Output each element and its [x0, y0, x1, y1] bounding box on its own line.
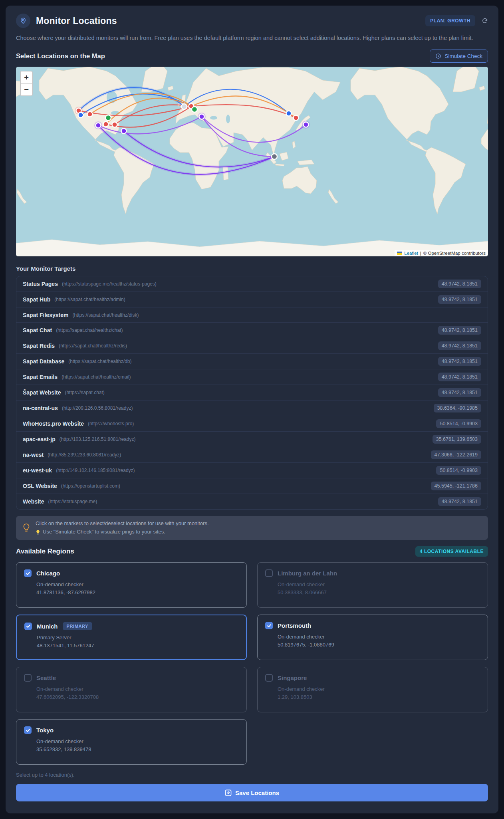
checkbox-checked[interactable] — [24, 623, 32, 630]
coords-badge: 48.9742, 8.1851 — [438, 357, 481, 366]
region-card-limburg[interactable]: Limburg an der Lahn On-demand checker 50… — [257, 562, 488, 608]
world-map[interactable]: + − — [16, 67, 488, 256]
plan-badge: PLAN: GROWTH — [425, 15, 475, 26]
checkbox-unchecked[interactable] — [24, 674, 32, 682]
checkbox-unchecked[interactable] — [265, 569, 273, 577]
map-section-title: Select Locations on the Map — [16, 52, 105, 60]
coords-badge: 48.9742, 8.1851 — [438, 326, 481, 335]
target-row: Sapat Redis(https://sapat.chat/healthz/r… — [16, 338, 488, 354]
map-marker[interactable] — [272, 154, 277, 159]
map-marker[interactable] — [105, 115, 111, 121]
map-marker[interactable] — [199, 114, 204, 119]
region-card-munich[interactable]: Munich PRIMARY Primary Server 48.1371541… — [16, 615, 247, 660]
region-card-chicago[interactable]: Chicago On-demand checker 41.8781136, -8… — [16, 562, 247, 608]
coords-badge: 48.9742, 8.1851 — [438, 373, 481, 381]
coords-badge: 48.9742, 8.1851 — [438, 280, 481, 288]
map-marker[interactable] — [294, 115, 299, 121]
page-description: Choose where your distributed monitors w… — [16, 34, 488, 42]
target-row: apac-east-jp(http://103.125.216.51:8081/… — [16, 432, 488, 447]
play-circle-icon — [435, 53, 441, 59]
target-row: na-west(http://85.239.233.60:8081/readyz… — [16, 447, 488, 463]
locations-available-badge: 4 LOCATIONS AVAILABLE — [415, 546, 488, 557]
region-card-portsmouth[interactable]: Portsmouth On-demand checker 50.8197675,… — [257, 615, 488, 660]
lightbulb-icon — [22, 523, 30, 533]
coords-badge: 48.9742, 8.1851 — [438, 388, 481, 397]
target-row: na-central-us(http://209.126.0.56:8081/r… — [16, 401, 488, 416]
checkbox-checked[interactable] — [24, 726, 32, 734]
coords-badge: 48.9742, 8.1851 — [438, 497, 481, 506]
targets-list: Status Pages(https://statuspage.me/healt… — [16, 276, 488, 510]
tip-line-1: Click on the markers to select/deselect … — [36, 520, 209, 528]
checkbox-unchecked[interactable] — [265, 674, 273, 682]
coords-badge: 48.9742, 8.1851 — [438, 295, 481, 304]
bulb-icon — [36, 529, 40, 535]
region-card-tokyo[interactable]: Tokyo On-demand checker 35.652832, 139.8… — [16, 719, 247, 765]
targets-heading: Your Monitor Targets — [16, 265, 488, 272]
target-row: Šapat Website(https://sapat.chat)48.9742… — [16, 385, 488, 401]
coords-badge: 48.9742, 8.1851 — [438, 341, 481, 350]
target-row: WhoHosts.pro Website(https://whohosts.pr… — [16, 416, 488, 432]
coords-badge: 47.3066, -122.2619 — [431, 450, 481, 459]
target-row: Website(https://statuspage.me)48.9742, 8… — [16, 494, 488, 509]
selection-limit-note: Select up to 4 location(s). — [16, 772, 488, 778]
save-icon — [225, 789, 232, 796]
target-row: Sapat Database(https://sapat.chat/health… — [16, 354, 488, 369]
map-marker[interactable] — [181, 104, 187, 109]
map-marker[interactable] — [112, 122, 117, 127]
regions-grid: Chicago On-demand checker 41.8781136, -8… — [16, 562, 488, 765]
map-attribution: Leaflet | © OpenStreetMap contributors — [395, 250, 488, 256]
coords-badge: 35.6761, 139.6503 — [433, 435, 481, 444]
map-zoom-control: + − — [20, 71, 33, 96]
tip-box: Click on the markers to select/deselect … — [16, 516, 488, 540]
regions-heading: Available Regions — [16, 547, 74, 555]
map-marker[interactable] — [192, 107, 197, 112]
map-marker[interactable] — [96, 123, 101, 128]
map-canvas — [16, 67, 488, 256]
simulate-check-button[interactable]: Simulate Check — [430, 50, 488, 63]
region-card-singapore[interactable]: Singapore On-demand checker 1.29, 103.85… — [257, 667, 488, 712]
zoom-in-button[interactable]: + — [21, 71, 32, 83]
map-marker[interactable] — [304, 122, 309, 127]
coords-badge: 45.5945, -121.1786 — [431, 482, 481, 490]
target-row: Sapat Filesystem(https://sapat.chat/heal… — [16, 307, 488, 323]
target-row: Sapat Hub(https://sapat.chat/healthz/adm… — [16, 292, 488, 307]
checkbox-checked[interactable] — [24, 569, 32, 577]
target-row: Sapat Chat(https://sapat.chat/healthz/ch… — [16, 323, 488, 338]
map-marker[interactable] — [121, 129, 127, 134]
primary-badge: PRIMARY — [63, 622, 93, 630]
location-pin-icon — [16, 14, 30, 28]
coords-badge: 38.6364, -90.1985 — [434, 404, 481, 412]
leaflet-link[interactable]: Leaflet — [404, 251, 418, 256]
coords-badge: 50.8514, -0.9903 — [436, 466, 481, 475]
monitor-locations-panel: Monitor Locations PLAN: GROWTH Choose wh… — [6, 6, 498, 813]
save-locations-button[interactable]: Save Locations — [16, 784, 488, 801]
coords-badge: 50.8514, -0.9903 — [436, 419, 481, 428]
tip-line-2: Use "Simulate Check" to visualize pings … — [43, 528, 165, 536]
target-row: eu-west-uk(http://149.102.146.185:8081/r… — [16, 463, 488, 478]
map-marker[interactable] — [103, 122, 109, 127]
header: Monitor Locations PLAN: GROWTH — [16, 14, 488, 28]
zoom-out-button[interactable]: − — [21, 83, 32, 95]
region-card-seattle[interactable]: Seattle On-demand checker 47.6062095, -1… — [16, 667, 247, 712]
page-title: Monitor Locations — [36, 16, 117, 26]
osm-attribution[interactable]: © OpenStreetMap contributors — [423, 251, 486, 256]
map-marker[interactable] — [87, 112, 93, 117]
map-marker[interactable] — [286, 111, 292, 116]
map-marker[interactable] — [78, 113, 83, 118]
checkbox-checked[interactable] — [265, 622, 273, 629]
target-row: OSL Website(https://openstartuplist.com)… — [16, 478, 488, 494]
target-row: Status Pages(https://statuspage.me/healt… — [16, 276, 488, 292]
ukraine-flag-icon — [397, 252, 402, 255]
refresh-icon[interactable] — [482, 18, 488, 24]
target-row: Sapat Emails(https://sapat.chat/healthz/… — [16, 369, 488, 385]
